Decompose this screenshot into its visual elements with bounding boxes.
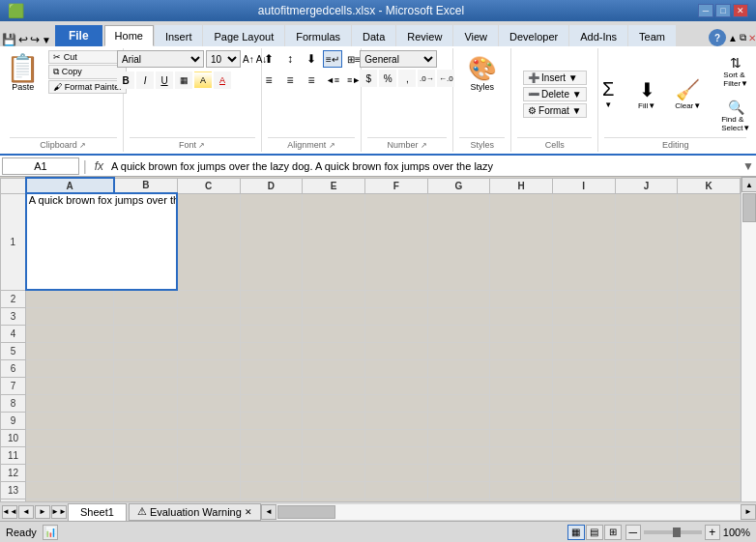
maximize-button[interactable]: □: [715, 4, 731, 17]
align-middle-button[interactable]: ↕: [280, 50, 300, 68]
tab-insert[interactable]: Insert: [155, 25, 203, 46]
col-header-d[interactable]: D: [240, 178, 303, 193]
cell-d1[interactable]: [240, 193, 303, 290]
col-header-e[interactable]: E: [303, 178, 365, 193]
tab-add-ins[interactable]: Add-Ins: [569, 25, 627, 46]
cell-e1[interactable]: [303, 193, 365, 290]
row-header-12[interactable]: 12: [1, 464, 26, 481]
sheet-nav-last[interactable]: ►►: [51, 505, 67, 519]
find-select-button[interactable]: 🔍 Find &Select▼: [712, 95, 756, 137]
wrap-text-button[interactable]: ≡↵: [323, 50, 342, 68]
sum-button[interactable]: Σ ▼: [591, 73, 625, 114]
window-restore-icon[interactable]: ⧉: [740, 32, 746, 43]
fill-color-button[interactable]: A: [194, 71, 212, 89]
help-icon[interactable]: ?: [709, 29, 726, 46]
row-header-4[interactable]: 4: [1, 325, 26, 342]
col-header-c[interactable]: C: [177, 178, 240, 193]
number-expand[interactable]: ↗: [421, 141, 427, 150]
row-header-5[interactable]: 5: [1, 342, 26, 359]
tab-developer[interactable]: Developer: [499, 25, 568, 46]
copy-button[interactable]: ⧉ Copy: [48, 65, 127, 79]
scroll-track[interactable]: [741, 192, 756, 512]
zoom-thumb[interactable]: [673, 528, 681, 537]
zoom-slider[interactable]: [644, 530, 702, 534]
close-button[interactable]: ✕: [733, 4, 748, 17]
col-header-b[interactable]: B: [114, 178, 178, 193]
clear-button[interactable]: 🧹 Clear▼: [668, 73, 708, 115]
tab-page-layout[interactable]: Page Layout: [203, 25, 284, 46]
italic-button[interactable]: I: [136, 71, 154, 89]
row-header-1[interactable]: 1: [1, 193, 26, 290]
scroll-thumb[interactable]: [742, 193, 756, 222]
col-header-h[interactable]: H: [490, 178, 553, 193]
font-grow-icon[interactable]: A↑: [243, 54, 254, 65]
bold-button[interactable]: B: [117, 71, 134, 89]
zoom-in-button[interactable]: +: [705, 525, 720, 540]
font-size-select[interactable]: 10: [206, 50, 241, 68]
increase-decimal-button[interactable]: .0→: [418, 70, 435, 87]
row-header-3[interactable]: 3: [1, 307, 26, 325]
row-header-7[interactable]: 7: [1, 377, 26, 394]
quick-access-save[interactable]: 💾: [2, 33, 16, 46]
underline-button[interactable]: U: [156, 71, 173, 89]
tab-formulas[interactable]: Formulas: [285, 25, 351, 46]
decrease-decimal-button[interactable]: ←.0: [437, 70, 454, 87]
format-painter-button[interactable]: 🖌 Format Painter: [48, 80, 127, 94]
cut-button[interactable]: ✂ Cut: [48, 50, 127, 64]
tab-review[interactable]: Review: [396, 25, 452, 46]
tab-team[interactable]: Team: [628, 25, 676, 46]
tab-file[interactable]: File: [55, 25, 102, 46]
workbook-status-icon[interactable]: 📊: [43, 525, 58, 540]
formula-input[interactable]: [109, 157, 741, 175]
styles-button[interactable]: 🎨 Styles: [461, 50, 504, 97]
paste-button[interactable]: 📋 Paste: [0, 50, 46, 97]
align-center-button[interactable]: ≡: [280, 71, 300, 89]
alignment-expand[interactable]: ↗: [329, 141, 335, 150]
clipboard-expand[interactable]: ↗: [79, 141, 86, 150]
window-close-icon[interactable]: ✕: [748, 33, 756, 43]
cell-a1[interactable]: A quick brown fox jumps over the lazy do…: [26, 193, 178, 290]
cell-k1[interactable]: [678, 193, 741, 290]
col-header-k[interactable]: K: [678, 178, 741, 193]
align-right-button[interactable]: ≡: [302, 71, 321, 89]
cell-c1[interactable]: [177, 193, 240, 290]
col-header-j[interactable]: J: [615, 178, 678, 193]
hscroll-left-button[interactable]: ◄: [261, 504, 276, 520]
fill-button[interactable]: ⬇ Fill▼: [629, 73, 664, 115]
quick-access-dropdown[interactable]: ▼: [42, 35, 51, 45]
cell-g1[interactable]: [427, 193, 490, 290]
comma-button[interactable]: ,: [398, 70, 416, 87]
hscroll-thumb[interactable]: [277, 505, 335, 519]
sheet-nav-first[interactable]: ◄◄: [2, 505, 17, 519]
font-expand[interactable]: ↗: [198, 141, 205, 150]
cell-i1[interactable]: [552, 193, 615, 290]
sheet-tab-sheet1[interactable]: Sheet1: [68, 503, 127, 521]
col-header-i[interactable]: I: [552, 178, 615, 193]
decrease-indent-button[interactable]: ◄≡: [323, 71, 342, 89]
font-color-button[interactable]: A: [214, 71, 231, 89]
name-box[interactable]: [2, 157, 79, 175]
col-header-f[interactable]: F: [364, 178, 427, 193]
font-name-select[interactable]: Arial: [117, 50, 204, 68]
currency-button[interactable]: $: [360, 70, 377, 87]
page-break-view-button[interactable]: ⊞: [604, 525, 622, 540]
row-header-11[interactable]: 11: [1, 446, 26, 464]
align-top-button[interactable]: ⬆: [259, 50, 278, 68]
align-bottom-button[interactable]: ⬇: [302, 50, 321, 68]
format-button[interactable]: ⚙ Format ▼: [523, 103, 587, 118]
tab-home[interactable]: Home: [104, 25, 154, 46]
scroll-up-button[interactable]: ▲: [741, 177, 756, 192]
cell-h1[interactable]: [490, 193, 553, 290]
insert-button[interactable]: ➕ Insert ▼: [523, 71, 587, 85]
sort-filter-button[interactable]: ⇅ Sort &Filter▼: [712, 50, 756, 93]
quick-access-redo[interactable]: ↪: [30, 33, 40, 46]
horizontal-scrollbar[interactable]: ◄ ►: [261, 504, 756, 520]
sheet-tab-warning[interactable]: ⚠ Evaluation Warning ✕: [129, 503, 261, 521]
row-header-13[interactable]: 13: [1, 481, 26, 499]
ribbon-minimize-icon[interactable]: ▲: [728, 33, 738, 43]
formula-expand-icon[interactable]: ▼: [742, 159, 754, 173]
vertical-scrollbar[interactable]: ▲ ▼: [741, 177, 756, 528]
row-header-6[interactable]: 6: [1, 359, 26, 377]
normal-view-button[interactable]: ▦: [567, 525, 585, 540]
percent-button[interactable]: %: [379, 70, 396, 87]
